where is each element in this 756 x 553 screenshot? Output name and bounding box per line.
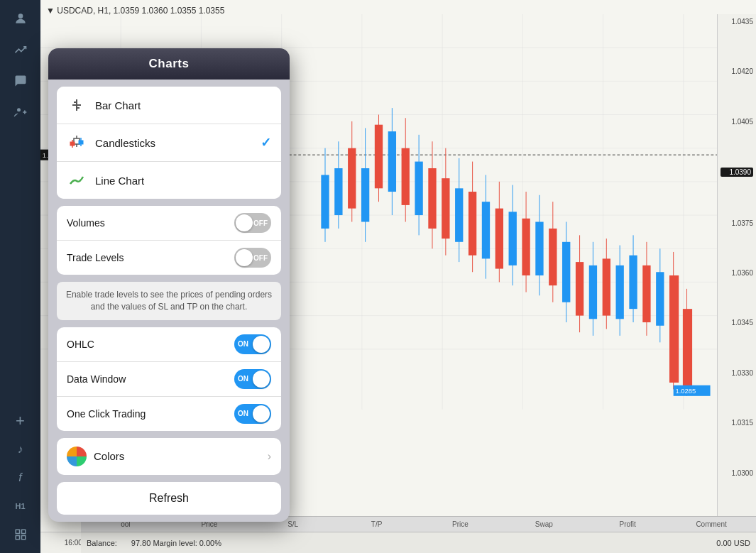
colors-label: Colors: [94, 450, 261, 462]
price-6: 1.0345: [721, 319, 753, 327]
sidebar-script-icon[interactable]: f: [8, 465, 33, 491]
price-9: 1.0300: [721, 469, 753, 477]
svg-rect-48: [509, 212, 517, 265]
sidebar-chart-icon[interactable]: [8, 37, 33, 62]
data-window-label: Data Window: [67, 373, 229, 385]
svg-rect-34: [415, 162, 422, 215]
trade-levels-info: Enable trade levels to see the prices of…: [57, 282, 281, 320]
volumes-toggle-text: OFF: [253, 219, 268, 227]
sidebar-add-icon[interactable]: +: [8, 408, 33, 434]
col-profit: Profit: [586, 520, 669, 528]
one-click-trading-label: One Click Trading: [67, 408, 229, 420]
chart-type-section: Bar Chart: [57, 87, 281, 199]
sidebar-person-icon[interactable]: [8, 6, 33, 31]
ohlc-toggle-text: ON: [238, 340, 248, 348]
price-5: 1.0360: [721, 269, 753, 277]
price-1: 1.0435: [721, 18, 753, 26]
col-tp: T/P: [335, 520, 419, 528]
price-7: 1.0330: [721, 369, 753, 377]
bar-chart-option[interactable]: Bar Chart: [57, 87, 281, 124]
svg-rect-26: [361, 168, 369, 221]
svg-rect-20: [321, 175, 329, 228]
col-comment: Comment: [669, 520, 753, 528]
ohlc-toggle[interactable]: ON: [234, 334, 271, 354]
price-8: 1.0315: [721, 419, 753, 427]
svg-rect-85: [16, 536, 19, 540]
svg-rect-58: [576, 262, 584, 315]
svg-rect-56: [562, 242, 570, 302]
trade-levels-toggle[interactable]: OFF: [234, 248, 271, 268]
ohlc-label: OHLC: [67, 339, 229, 350]
ohlc-toggle-knob: [253, 336, 270, 353]
ohlc-row: OHLC ON: [57, 327, 281, 362]
svg-rect-54: [549, 229, 557, 285]
svg-rect-42: [469, 192, 476, 256]
refresh-button[interactable]: Refresh: [57, 482, 281, 515]
one-click-trading-row: One Click Trading ON: [57, 397, 281, 431]
svg-rect-24: [348, 148, 356, 209]
candlesticks-option[interactable]: Candlesticks ✓: [57, 124, 281, 162]
svg-rect-52: [535, 221, 543, 275]
volumes-row: Volumes OFF: [57, 206, 281, 241]
svg-rect-36: [428, 168, 436, 229]
svg-point-79: [18, 13, 23, 18]
data-window-toggle-text: ON: [238, 375, 248, 383]
volumes-toggle-knob: [236, 214, 253, 231]
svg-rect-68: [642, 265, 650, 322]
volumes-tradelevels-section: Volumes OFF Trade Levels OFF: [57, 206, 281, 275]
one-click-trading-toggle-knob: [253, 405, 270, 422]
price-3: 1.0405: [721, 118, 753, 126]
trade-levels-toggle-text: OFF: [253, 254, 268, 262]
data-window-toggle-knob: [253, 371, 270, 388]
svg-rect-50: [522, 219, 530, 275]
svg-rect-40: [455, 188, 463, 241]
sidebar-music-icon[interactable]: ♪: [8, 437, 33, 462]
sidebar-account-icon[interactable]: [8, 99, 33, 125]
svg-text:1.0285: 1.0285: [675, 387, 696, 395]
trade-levels-label: Trade Levels: [67, 252, 229, 263]
bar-chart-label: Bar Chart: [95, 99, 271, 111]
one-click-trading-toggle[interactable]: ON: [234, 404, 271, 424]
col-swap: Swap: [502, 520, 586, 528]
colors-row[interactable]: Colors ›: [57, 438, 281, 475]
candlesticks-label: Candlesticks: [95, 137, 252, 149]
left-sidebar: + ♪ f H1: [0, 0, 40, 553]
modal-body: Bar Chart: [48, 80, 290, 522]
data-window-toggle[interactable]: ON: [234, 369, 271, 389]
amount-value: 0.00: [716, 539, 731, 547]
price-current: 1.0390: [721, 168, 753, 177]
svg-rect-22: [334, 168, 342, 215]
svg-rect-28: [375, 125, 383, 189]
line-chart-option[interactable]: Line Chart: [57, 162, 281, 199]
svg-point-80: [17, 108, 21, 111]
svg-rect-98: [79, 141, 83, 144]
currency: USD: [734, 539, 750, 547]
margin-info: 97.80 Margin level: 0.00%: [131, 539, 221, 547]
price-axis: 1.0435 1.0420 1.0405 1.0390 1.0375 1.036…: [717, 14, 756, 532]
candlesticks-checkmark: ✓: [261, 135, 271, 150]
sidebar-chat-icon[interactable]: [8, 68, 33, 94]
candlesticks-icon: [67, 133, 87, 153]
svg-rect-60: [589, 265, 597, 319]
svg-rect-95: [70, 142, 75, 146]
modal-title: Charts: [60, 57, 278, 71]
svg-rect-66: [629, 256, 637, 309]
col-sl: S/L: [251, 520, 335, 528]
svg-rect-46: [495, 209, 503, 269]
svg-rect-72: [669, 275, 679, 383]
volumes-toggle[interactable]: OFF: [234, 213, 271, 233]
price-2: 1.0420: [721, 67, 753, 75]
price-4: 1.0375: [721, 219, 753, 227]
svg-rect-70: [656, 272, 664, 325]
col-price: Price: [168, 520, 251, 528]
bottom-status-bar: Balance: 97.80 Margin level: 0.00% 0.00 …: [81, 532, 756, 553]
svg-rect-30: [388, 131, 396, 192]
sidebar-timeframe-icon[interactable]: H1: [8, 493, 33, 519]
svg-rect-44: [482, 202, 490, 258]
balance-amount: 0.00 USD: [716, 539, 750, 547]
sidebar-grid-icon[interactable]: [8, 522, 33, 547]
trade-levels-toggle-knob: [236, 249, 253, 266]
volumes-label: Volumes: [67, 217, 229, 229]
trade-levels-row: Trade Levels OFF: [57, 241, 281, 275]
data-window-row: Data Window ON: [57, 362, 281, 397]
